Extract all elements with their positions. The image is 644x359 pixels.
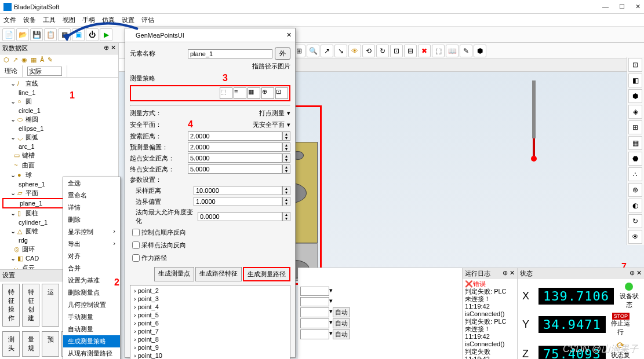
point-item[interactable]: › point_2 — [134, 287, 286, 295]
startsafe-input[interactable] — [188, 153, 282, 163]
point-item[interactable]: › point_5 — [134, 311, 286, 319]
ctx-align[interactable]: 对齐 — [63, 250, 120, 262]
strat-btn-1[interactable]: ⬚ — [220, 87, 232, 99]
point-item[interactable]: › point_10 — [134, 351, 286, 359]
search-input[interactable] — [188, 131, 282, 141]
ctx-rename[interactable]: 重命名 — [63, 189, 120, 202]
gen-pathfeat-btn[interactable]: 生成路径特征 — [195, 267, 242, 281]
point-item[interactable]: › point_6 — [134, 319, 286, 327]
strat-btn-2[interactable]: ≡ — [234, 87, 246, 99]
tree-line1[interactable]: line_1 — [2, 89, 116, 97]
ct2-icon[interactable]: 🔍 — [307, 45, 319, 57]
tree-slot[interactable]: ▭键槽 — [2, 151, 116, 160]
dd1[interactable] — [300, 287, 329, 296]
tab-actual[interactable] — [23, 65, 67, 77]
cb-ctrlrev[interactable] — [132, 229, 140, 236]
ctx-delete[interactable]: 删除 — [63, 214, 120, 226]
tool5-icon[interactable]: Å — [40, 56, 44, 64]
tree-arc1[interactable]: arc_1 — [2, 142, 116, 151]
ct13-icon[interactable]: ✎ — [460, 45, 472, 57]
btn-gauge[interactable]: 量规 — [22, 331, 39, 357]
ctx-selectall[interactable]: 全选 — [63, 177, 120, 189]
tree-ellipse1[interactable]: ellipse_1 — [2, 124, 116, 133]
rt11-icon[interactable]: ↻ — [628, 214, 642, 228]
rt9-icon[interactable]: ⊛ — [628, 183, 642, 197]
menu-file[interactable]: 文件 — [3, 16, 16, 24]
ctx-auto[interactable]: 自动测量 — [63, 323, 120, 335]
ct9-icon[interactable]: ⊟ — [404, 45, 417, 57]
rt3-icon[interactable]: ⬢ — [628, 89, 642, 103]
status-close-icon[interactable]: ⊕ ✕ — [630, 269, 642, 278]
rt4-icon[interactable]: ◈ — [628, 105, 642, 119]
btn-feat-create[interactable]: 特征 创建 — [22, 284, 39, 327]
ct14-icon[interactable]: ⬢ — [474, 45, 486, 57]
open-icon[interactable]: 📂 — [16, 28, 29, 41]
cb-samplerev[interactable] — [132, 241, 140, 249]
rt1-icon[interactable]: ⊡ — [628, 58, 642, 72]
ct6-icon[interactable]: ⟲ — [362, 45, 375, 57]
btn-probe[interactable]: 测头 — [2, 331, 20, 357]
cb-forcepath[interactable] — [132, 254, 140, 262]
point-list[interactable]: › point_2› point_3› point_4› point_5› po… — [130, 285, 290, 359]
ctx-fromexist[interactable]: 从现有测量路径测量 — [63, 347, 120, 359]
point-item[interactable]: › point_3 — [134, 295, 286, 303]
dd2[interactable] — [300, 297, 329, 306]
dialog-close-icon[interactable]: ✕ — [286, 31, 292, 39]
point-item[interactable]: › point_9 — [134, 343, 286, 351]
normal-input[interactable] — [198, 212, 282, 221]
ct8-icon[interactable]: ⊡ — [390, 45, 403, 57]
menu-device[interactable]: 设备 — [23, 16, 36, 24]
stop-btn[interactable]: STOP停止运行 — [610, 313, 631, 336]
btn-run[interactable]: 运 — [42, 284, 59, 327]
ct7-icon[interactable]: ↻ — [376, 45, 389, 57]
rt5-icon[interactable]: ⊞ — [628, 120, 642, 134]
rt7-icon[interactable]: ⬣ — [628, 152, 642, 166]
tab-theory[interactable]: 理论 — [0, 65, 23, 77]
tree-circle1[interactable]: circle_1 — [2, 107, 116, 115]
elem-ext-btn[interactable]: 外 — [275, 47, 290, 60]
save-icon[interactable]: 💾 — [30, 28, 43, 41]
ctx-merge[interactable]: 合并 — [63, 262, 120, 274]
close-icon[interactable]: ✕ — [635, 3, 641, 10]
preoffset-input[interactable] — [188, 142, 282, 152]
ct12-icon[interactable]: 📖 — [446, 45, 459, 57]
boundary-input[interactable] — [194, 197, 282, 206]
rt8-icon[interactable]: ∴ — [628, 167, 642, 181]
tool4-icon[interactable]: ▦ — [31, 56, 37, 64]
gen-measpath-btn[interactable]: 生成测量路径 — [243, 267, 290, 281]
ct3-icon[interactable]: ↗ — [321, 45, 333, 57]
tree-ellipse[interactable]: ⌄ ⬭椭圆 — [2, 115, 116, 124]
ctx-geoctrl[interactable]: 几何控制设置 — [63, 299, 120, 311]
menu-tools[interactable]: 工具 — [43, 16, 56, 24]
ctx-detail[interactable]: 详情 — [63, 202, 120, 214]
point-item[interactable]: › point_8 — [134, 335, 286, 343]
ctx-genstrat[interactable]: 生成测量策略 — [63, 335, 120, 347]
point-item[interactable]: › point_7 — [134, 327, 286, 335]
ctx-display[interactable]: 显示控制› — [63, 226, 120, 238]
rt2-icon[interactable]: ◧ — [628, 74, 642, 87]
ct11-icon[interactable]: ⬚ — [432, 45, 445, 57]
ct4-icon[interactable]: ↘ — [334, 45, 347, 57]
dd3[interactable] — [300, 307, 329, 317]
elem-input[interactable] — [188, 49, 272, 58]
gen-points-btn[interactable]: 生成测量点 — [154, 267, 194, 281]
tool3-icon[interactable]: ◉ — [21, 56, 27, 64]
point-item[interactable]: › point_4 — [134, 303, 286, 311]
ct10-icon[interactable]: ✖ — [418, 45, 431, 57]
endsafe-input[interactable] — [188, 164, 282, 174]
tool-icon[interactable]: 📋 — [44, 28, 57, 41]
ctx-manual[interactable]: 手动测量 — [63, 311, 120, 323]
strat-btn-3[interactable]: ▦ — [248, 87, 260, 99]
rt10-icon[interactable]: ◐ — [628, 199, 642, 213]
btn-feat-op[interactable]: 特征 操作 — [2, 284, 20, 327]
tool2-icon[interactable]: ↗ — [13, 56, 18, 64]
dd5[interactable] — [300, 329, 329, 339]
minimize-icon[interactable]: — — [602, 3, 609, 10]
log-close-icon[interactable]: ⊕ ✕ — [503, 269, 515, 278]
btn-pre[interactable]: 预 — [42, 331, 59, 357]
tree-arc[interactable]: ⌄ ◡圆弧 — [2, 133, 116, 142]
rt12-icon[interactable]: 👁 — [628, 230, 642, 244]
rt6-icon[interactable]: ▦ — [628, 136, 642, 150]
strat-btn-4[interactable]: ⊕ — [261, 87, 274, 99]
tree-circle[interactable]: ⌄ ○圆 — [2, 97, 116, 107]
